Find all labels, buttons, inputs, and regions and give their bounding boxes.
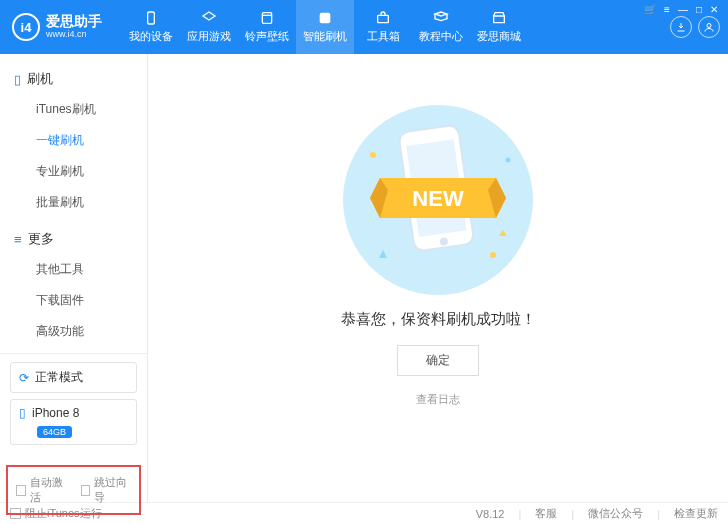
new-text: NEW: [412, 186, 464, 211]
group-title: 刷机: [27, 70, 53, 88]
separator: |: [571, 508, 574, 520]
sidebar-item-pro[interactable]: 专业刷机: [0, 156, 147, 187]
user-button[interactable]: [698, 16, 720, 38]
nav-label: 我的设备: [129, 29, 173, 44]
mode-label: 正常模式: [35, 369, 83, 386]
svg-rect-0: [148, 12, 155, 24]
sidebar-item-itunes[interactable]: iTunes刷机: [0, 94, 147, 125]
sidebar-item-batch[interactable]: 批量刷机: [0, 187, 147, 218]
sidebar-item-other[interactable]: 其他工具: [0, 254, 147, 285]
maximize-icon[interactable]: □: [696, 4, 702, 15]
top-nav: 我的设备 应用游戏 铃声壁纸 智能刷机 工具箱 教程中心 爱思商城: [122, 0, 662, 54]
refresh-icon: ⟳: [19, 371, 29, 385]
checkbox-icon: [81, 485, 91, 496]
cart-icon[interactable]: 🛒: [644, 4, 656, 15]
nav-flash[interactable]: 智能刷机: [296, 0, 354, 54]
nav-ringtone[interactable]: 铃声壁纸: [238, 0, 296, 54]
checkbox-label: 自动激活: [30, 475, 67, 505]
list-icon: ≡: [14, 232, 22, 247]
ok-button[interactable]: 确定: [397, 345, 479, 376]
group-title: 更多: [28, 230, 54, 248]
view-log-link[interactable]: 查看日志: [416, 392, 460, 407]
svg-rect-3: [378, 15, 389, 22]
checkbox-icon: [16, 485, 26, 496]
nav-label: 工具箱: [367, 29, 400, 44]
separator: |: [657, 508, 660, 520]
storage-badge: 64GB: [37, 426, 72, 438]
svg-point-10: [506, 158, 511, 163]
store-icon: [491, 10, 507, 26]
nav-label: 铃声壁纸: [245, 29, 289, 44]
svg-point-11: [490, 252, 496, 258]
skip-wizard-checkbox[interactable]: 跳过向导: [81, 475, 132, 505]
nav-tutorial[interactable]: 教程中心: [412, 0, 470, 54]
wechat-link[interactable]: 微信公众号: [588, 506, 643, 521]
main-content: NEW 恭喜您，保资料刷机成功啦！ 确定 查看日志: [148, 54, 728, 502]
app-logo: i4 爱思助手 www.i4.cn: [12, 13, 102, 41]
user-icon: [703, 21, 715, 33]
phone-icon: ▯: [19, 406, 26, 420]
svg-point-4: [707, 24, 711, 28]
download-button[interactable]: [670, 16, 692, 38]
success-illustration: NEW: [338, 100, 538, 300]
menu-icon[interactable]: ≡: [664, 4, 670, 15]
logo-badge: i4: [12, 13, 40, 41]
separator: |: [518, 508, 521, 520]
device-info[interactable]: ▯ iPhone 8 64GB: [10, 399, 137, 445]
svg-rect-1: [262, 13, 271, 24]
nav-label: 教程中心: [419, 29, 463, 44]
flash-icon: [317, 10, 333, 26]
customer-service-link[interactable]: 客服: [535, 506, 557, 521]
success-message: 恭喜您，保资料刷机成功啦！: [341, 310, 536, 329]
download-icon: [675, 21, 687, 33]
device-mode[interactable]: ⟳ 正常模式: [10, 362, 137, 393]
phone-icon: ▯: [14, 72, 21, 87]
nav-toolbox[interactable]: 工具箱: [354, 0, 412, 54]
minimize-icon[interactable]: —: [678, 4, 688, 15]
sidebar-item-oneclick[interactable]: 一键刷机: [0, 125, 147, 156]
close-icon[interactable]: ✕: [710, 4, 718, 15]
app-icon: [201, 10, 217, 26]
phone-icon: [143, 10, 159, 26]
options-highlight: 自动激活 跳过向导: [6, 465, 141, 515]
logo-title: 爱思助手: [46, 14, 102, 29]
sidebar-item-advanced[interactable]: 高级功能: [0, 316, 147, 347]
nav-store[interactable]: 爱思商城: [470, 0, 528, 54]
sidebar-group-more[interactable]: ≡ 更多: [0, 224, 147, 254]
toolbox-icon: [375, 10, 391, 26]
device-name: iPhone 8: [32, 406, 79, 420]
version-label: V8.12: [476, 508, 505, 520]
book-icon: [433, 10, 449, 26]
sidebar: ▯ 刷机 iTunes刷机 一键刷机 专业刷机 批量刷机 ≡ 更多 其他工具 下…: [0, 54, 148, 502]
nav-apps[interactable]: 应用游戏: [180, 0, 238, 54]
nav-label: 应用游戏: [187, 29, 231, 44]
check-update-link[interactable]: 检查更新: [674, 506, 718, 521]
checkbox-label: 跳过向导: [94, 475, 131, 505]
nav-my-device[interactable]: 我的设备: [122, 0, 180, 54]
logo-url: www.i4.cn: [46, 30, 102, 40]
nav-label: 爱思商城: [477, 29, 521, 44]
sidebar-group-flash[interactable]: ▯ 刷机: [0, 64, 147, 94]
sidebar-item-firmware[interactable]: 下载固件: [0, 285, 147, 316]
svg-point-9: [370, 152, 376, 158]
music-icon: [259, 10, 275, 26]
nav-label: 智能刷机: [303, 29, 347, 44]
svg-rect-2: [320, 13, 331, 24]
auto-activate-checkbox[interactable]: 自动激活: [16, 475, 67, 505]
